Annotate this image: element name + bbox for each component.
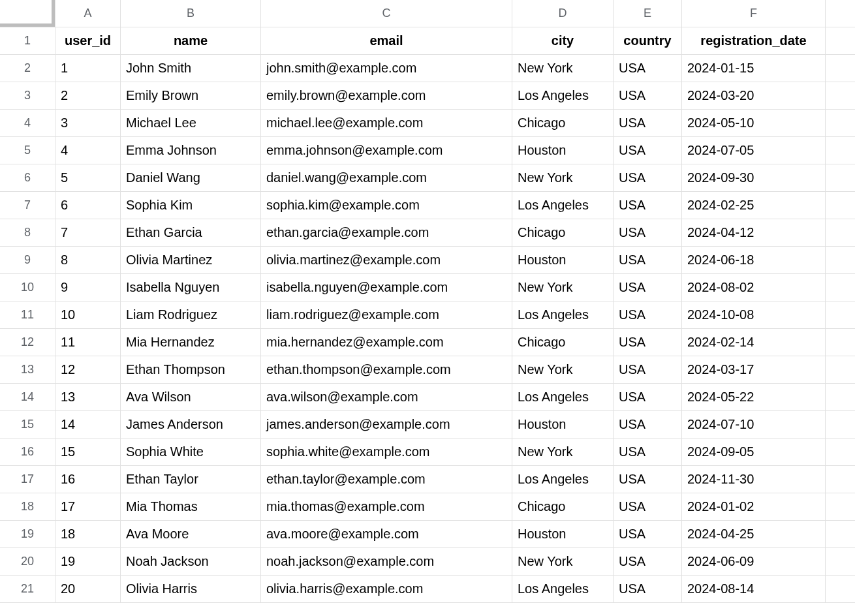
row-header-11[interactable]: 11 [0,301,55,329]
row-header-13[interactable]: 13 [0,356,55,384]
cell-A4[interactable]: 3 [55,110,121,137]
cell-A9[interactable]: 8 [55,247,121,274]
cell-C14[interactable]: ava.wilson@example.com [261,384,512,411]
cell-A20[interactable]: 19 [55,548,121,576]
select-all-corner[interactable] [0,0,55,27]
cell-E13[interactable]: USA [614,356,682,384]
cell-D9[interactable]: Houston [512,247,614,274]
row-header-16[interactable]: 16 [0,439,55,466]
cell-D17[interactable]: Los Angeles [512,466,614,493]
column-header-E[interactable]: E [614,0,682,27]
cell-E18[interactable]: USA [614,493,682,521]
cell-E7[interactable]: USA [614,192,682,219]
cell-D10[interactable]: New York [512,274,614,301]
cell-E10[interactable]: USA [614,274,682,301]
row-header-14[interactable]: 14 [0,384,55,411]
cell-F20[interactable]: 2024-06-09 [682,548,826,576]
cell-D18[interactable]: Chicago [512,493,614,521]
cell-B17[interactable]: Ethan Taylor [121,466,261,493]
cell-C4[interactable]: michael.lee@example.com [261,110,512,137]
cell-F19[interactable]: 2024-04-25 [682,521,826,548]
cell-E20[interactable]: USA [614,548,682,576]
cell-F7[interactable]: 2024-02-25 [682,192,826,219]
cell-C10[interactable]: isabella.nguyen@example.com [261,274,512,301]
cell-B13[interactable]: Ethan Thompson [121,356,261,384]
cell-E1[interactable]: country [614,27,682,55]
cell-B2[interactable]: John Smith [121,55,261,82]
cell-A7[interactable]: 6 [55,192,121,219]
row-header-18[interactable]: 18 [0,493,55,521]
cell-B12[interactable]: Mia Hernandez [121,329,261,356]
cell-B6[interactable]: Daniel Wang [121,164,261,192]
row-header-15[interactable]: 15 [0,411,55,439]
cell-C12[interactable]: mia.hernandez@example.com [261,329,512,356]
cell-A17[interactable]: 16 [55,466,121,493]
cell-F1[interactable]: registration_date [682,27,826,55]
cell-C17[interactable]: ethan.taylor@example.com [261,466,512,493]
cell-A13[interactable]: 12 [55,356,121,384]
row-header-9[interactable]: 9 [0,247,55,274]
cell-F21[interactable]: 2024-08-14 [682,576,826,603]
cell-F5[interactable]: 2024-07-05 [682,137,826,164]
cell-B4[interactable]: Michael Lee [121,110,261,137]
cell-D5[interactable]: Houston [512,137,614,164]
row-header-19[interactable]: 19 [0,521,55,548]
cell-E21[interactable]: USA [614,576,682,603]
row-header-20[interactable]: 20 [0,548,55,576]
cell-E6[interactable]: USA [614,164,682,192]
cell-D7[interactable]: Los Angeles [512,192,614,219]
cell-C1[interactable]: email [261,27,512,55]
cell-F4[interactable]: 2024-05-10 [682,110,826,137]
row-header-5[interactable]: 5 [0,137,55,164]
cell-A3[interactable]: 2 [55,82,121,110]
cell-A12[interactable]: 11 [55,329,121,356]
cell-F18[interactable]: 2024-01-02 [682,493,826,521]
cell-A2[interactable]: 1 [55,55,121,82]
row-header-7[interactable]: 7 [0,192,55,219]
spreadsheet-grid[interactable]: ABCDEF1user_idnameemailcitycountryregist… [0,0,855,603]
cell-A14[interactable]: 13 [55,384,121,411]
row-header-8[interactable]: 8 [0,219,55,247]
cell-D13[interactable]: New York [512,356,614,384]
cell-C9[interactable]: olivia.martinez@example.com [261,247,512,274]
cell-A1[interactable]: user_id [55,27,121,55]
cell-E14[interactable]: USA [614,384,682,411]
cell-E17[interactable]: USA [614,466,682,493]
cell-F10[interactable]: 2024-08-02 [682,274,826,301]
cell-F11[interactable]: 2024-10-08 [682,301,826,329]
row-header-1[interactable]: 1 [0,27,55,55]
row-header-2[interactable]: 2 [0,55,55,82]
cell-B1[interactable]: name [121,27,261,55]
cell-F14[interactable]: 2024-05-22 [682,384,826,411]
cell-B7[interactable]: Sophia Kim [121,192,261,219]
cell-D3[interactable]: Los Angeles [512,82,614,110]
cell-A21[interactable]: 20 [55,576,121,603]
cell-B20[interactable]: Noah Jackson [121,548,261,576]
cell-B8[interactable]: Ethan Garcia [121,219,261,247]
cell-C7[interactable]: sophia.kim@example.com [261,192,512,219]
cell-C16[interactable]: sophia.white@example.com [261,439,512,466]
cell-D21[interactable]: Los Angeles [512,576,614,603]
cell-B10[interactable]: Isabella Nguyen [121,274,261,301]
cell-E5[interactable]: USA [614,137,682,164]
cell-F9[interactable]: 2024-06-18 [682,247,826,274]
cell-E16[interactable]: USA [614,439,682,466]
cell-D14[interactable]: Los Angeles [512,384,614,411]
column-header-A[interactable]: A [55,0,121,27]
cell-A11[interactable]: 10 [55,301,121,329]
cell-D19[interactable]: Houston [512,521,614,548]
column-header-D[interactable]: D [512,0,614,27]
column-header-B[interactable]: B [121,0,261,27]
row-header-12[interactable]: 12 [0,329,55,356]
cell-F8[interactable]: 2024-04-12 [682,219,826,247]
row-header-10[interactable]: 10 [0,274,55,301]
cell-C19[interactable]: ava.moore@example.com [261,521,512,548]
cell-B18[interactable]: Mia Thomas [121,493,261,521]
cell-F12[interactable]: 2024-02-14 [682,329,826,356]
cell-E15[interactable]: USA [614,411,682,439]
cell-F16[interactable]: 2024-09-05 [682,439,826,466]
cell-B5[interactable]: Emma Johnson [121,137,261,164]
cell-D16[interactable]: New York [512,439,614,466]
row-header-6[interactable]: 6 [0,164,55,192]
cell-C11[interactable]: liam.rodriguez@example.com [261,301,512,329]
